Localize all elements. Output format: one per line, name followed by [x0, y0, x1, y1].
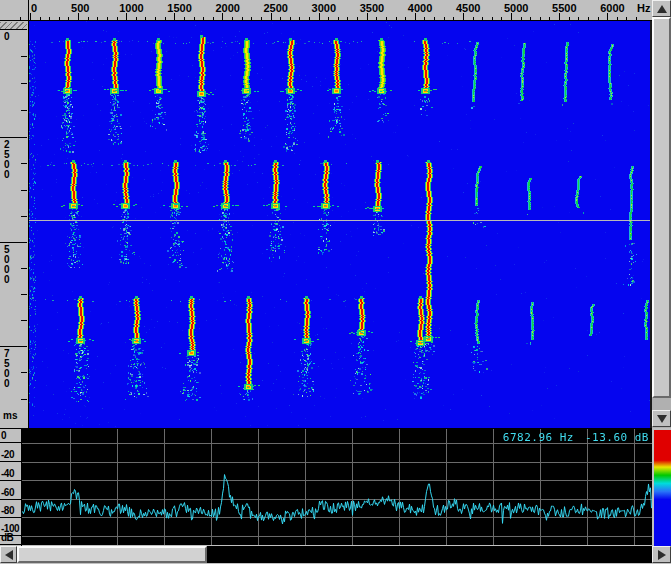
freq-tick: [636, 17, 637, 20]
freq-tick: [59, 17, 60, 20]
freq-tick: [78, 13, 79, 20]
freq-tick: [126, 13, 127, 20]
freq-ruler-label: 2000: [215, 2, 239, 14]
freq-ruler-label: 6000: [600, 2, 624, 14]
time-unit-label: ms: [3, 410, 17, 421]
left-arrow-icon: [5, 550, 13, 560]
freq-ruler-label: 1000: [119, 2, 143, 14]
freq-tick: [405, 17, 406, 20]
freq-ruler-label: 4000: [408, 2, 432, 14]
freq-tick: [473, 17, 474, 20]
color-scale: [654, 430, 671, 546]
time-ruler-label: 5 0 0 0: [4, 245, 16, 285]
freq-tick: [444, 17, 445, 20]
freq-ruler-label: 1500: [167, 2, 191, 14]
db-scale-label: -60: [0, 481, 21, 500]
freq-tick: [107, 17, 108, 20]
horizontal-scrollbar[interactable]: [0, 546, 671, 563]
freq-tick: [290, 17, 291, 20]
freq-tick: [309, 17, 310, 20]
scroll-left-button[interactable]: [0, 546, 17, 563]
freq-tick: [68, 17, 69, 20]
freq-tick: [347, 17, 348, 20]
time-tick: [21, 83, 27, 84]
down-arrow-icon: [657, 415, 667, 423]
freq-tick: [357, 17, 358, 20]
db-scale-label: -40: [0, 462, 21, 481]
freq-tick: [367, 13, 368, 20]
freq-tick: [232, 17, 233, 20]
time-tick: [21, 163, 27, 164]
freq-ruler-label: 0: [31, 2, 37, 14]
freq-tick: [242, 17, 243, 20]
freq-tick: [386, 17, 387, 20]
freq-tick: [578, 17, 579, 20]
freq-tick: [415, 13, 416, 20]
db-unit-label: dB: [0, 536, 21, 545]
freq-tick: [280, 17, 281, 20]
time-tick: [21, 190, 27, 191]
freq-tick: [261, 17, 262, 20]
time-ruler-label: 7 5 0 0: [4, 349, 16, 389]
scroll-up-button[interactable]: [652, 0, 671, 17]
time-ruler-label: 0: [4, 32, 16, 42]
freq-tick: [174, 13, 175, 20]
time-tick: [0, 29, 27, 30]
time-tick: [21, 372, 27, 373]
readout-frequency: 6782.96 Hz: [503, 431, 574, 444]
freq-ruler-label: 5000: [504, 2, 528, 14]
time-ruler-label: 2 5 0 0: [4, 140, 16, 180]
freq-tick: [184, 17, 185, 20]
time-tick: [21, 399, 27, 400]
freq-tick: [482, 17, 483, 20]
freq-tick: [251, 17, 252, 20]
freq-tick: [569, 17, 570, 20]
freq-tick: [607, 13, 608, 20]
freq-tick: [49, 17, 50, 20]
readout-level: -13.60 dB: [585, 431, 649, 444]
spectrogram-app: Hz 0500100015002000250030003500400045005…: [0, 0, 671, 564]
freq-tick: [328, 17, 329, 20]
freq-ruler-label: 5500: [552, 2, 576, 14]
freq-tick: [145, 17, 146, 20]
freq-tick: [271, 13, 272, 20]
freq-tick: [540, 17, 541, 20]
spectrogram-display[interactable]: [29, 21, 650, 428]
vertical-scrollbar-thumb[interactable]: [652, 17, 671, 398]
freq-tick: [40, 17, 41, 20]
freq-tick: [20, 17, 21, 20]
time-tick: [0, 242, 27, 243]
freq-tick: [463, 13, 464, 20]
db-scale-label: -20: [0, 443, 21, 462]
time-tick: [21, 110, 27, 111]
freq-tick: [549, 17, 550, 20]
freq-tick: [222, 13, 223, 20]
scroll-right-button[interactable]: [652, 546, 671, 563]
horizontal-scrollbar-thumb[interactable]: [17, 546, 207, 563]
scroll-down-button[interactable]: [652, 410, 671, 427]
freq-tick: [299, 17, 300, 20]
freq-tick: [453, 17, 454, 20]
freq-tick: [376, 17, 377, 20]
spectrum-display[interactable]: [22, 429, 652, 545]
freq-tick: [136, 17, 137, 20]
frequency-ruler: Hz 0500100015002000250030003500400045005…: [0, 0, 652, 21]
freq-tick: [588, 17, 589, 20]
vertical-scrollbar[interactable]: [652, 0, 671, 428]
freq-tick: [617, 17, 618, 20]
time-tick: [0, 346, 27, 347]
corner-hatch: [0, 22, 27, 29]
freq-tick: [203, 17, 204, 20]
freq-ruler-label: 3500: [360, 2, 384, 14]
freq-tick: [501, 17, 502, 20]
freq-tick: [338, 17, 339, 20]
freq-tick: [626, 17, 627, 20]
freq-tick: [521, 17, 522, 20]
freq-tick: [559, 13, 560, 20]
spectrum-panel: 6782.96 Hz -13.60 dB: [22, 429, 652, 545]
freq-tick: [194, 17, 195, 20]
freq-tick: [117, 17, 118, 20]
db-scale-label: 0: [0, 429, 21, 443]
freq-ruler-label: 3000: [312, 2, 336, 14]
time-tick: [21, 56, 27, 57]
